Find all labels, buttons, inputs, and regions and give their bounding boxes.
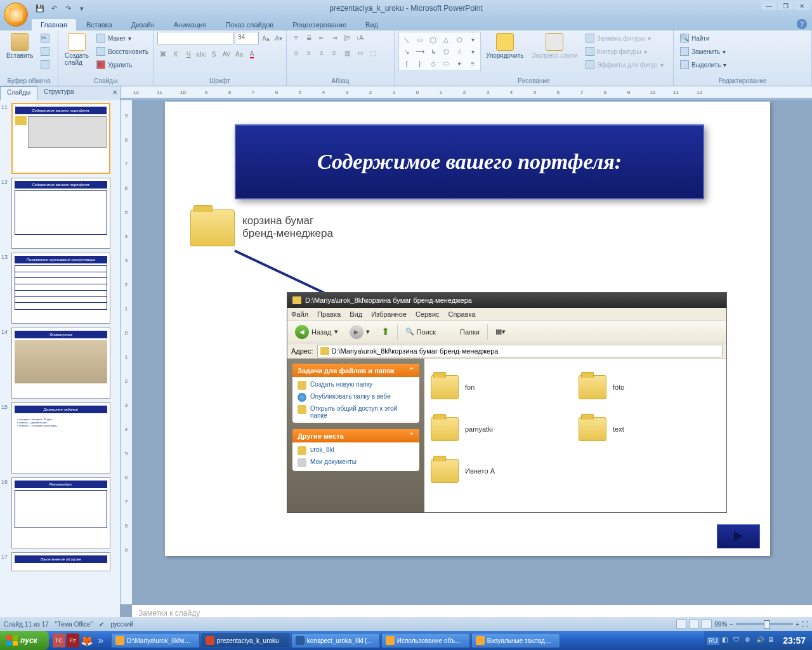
explorer-window-image[interactable]: D:\Mariya\urok_8kl\корзина бумаг бренд-м… [287, 292, 727, 513]
align-center-button[interactable]: ≡ [303, 47, 315, 58]
shrink-font-button[interactable]: A▾ [273, 32, 284, 44]
ql-filezilla-icon[interactable]: Fz [67, 633, 79, 647]
ql-tc-icon[interactable]: TC [53, 633, 65, 647]
action-button-shape[interactable] [717, 524, 760, 548]
case-button[interactable]: Aa [233, 48, 245, 60]
start-button[interactable]: пуск [0, 631, 49, 650]
align-right-button[interactable]: ≡ [316, 47, 327, 58]
arrange-button[interactable]: Упорядочить [483, 32, 527, 60]
save-icon[interactable]: 💾 [34, 3, 46, 14]
tab-design[interactable]: Дизайн [122, 19, 164, 30]
paste-button[interactable]: Вставить [4, 32, 36, 60]
align-text-button[interactable]: ▭ [354, 47, 365, 58]
tray-icon[interactable]: 🖥 [768, 636, 776, 645]
spellcheck-icon[interactable]: ✔ [99, 621, 104, 628]
copy-button[interactable] [38, 45, 52, 58]
select-button[interactable]: Выделить ▾ [678, 58, 729, 71]
justify-button[interactable]: ≡ [329, 47, 340, 58]
tray-icon[interactable]: ⚙ [745, 636, 754, 645]
cut-button[interactable]: ✂ [38, 32, 52, 44]
taskbar-item-firefox2[interactable]: Визуальные заклад… [471, 633, 560, 648]
tab-outline[interactable]: Структура [37, 86, 80, 100]
underline-button[interactable]: Ч [183, 48, 194, 60]
bold-button[interactable]: Ж [157, 48, 169, 60]
quick-styles-button[interactable]: Экспресс-стили [529, 32, 580, 60]
reset-button[interactable]: Восстановить [94, 45, 151, 58]
tray-icon[interactable]: ◧ [722, 636, 731, 645]
sorter-view-button[interactable] [689, 620, 699, 628]
qat-dropdown-icon[interactable]: ▾ [76, 3, 88, 14]
font-family-select[interactable] [157, 32, 233, 44]
clock[interactable]: 23:57 [779, 635, 809, 646]
slide-canvas[interactable]: Содержимое вашего портфеля: корзина бума… [132, 100, 812, 604]
taskbar-item-firefox1[interactable]: Использование объ… [381, 633, 470, 648]
slideshow-view-button[interactable] [702, 620, 712, 628]
shape-fill-button[interactable]: Заливка фигуры ▾ [583, 32, 666, 44]
tray-icon[interactable]: 🛡 [733, 636, 742, 645]
slide-thumbnail-12[interactable]: Содержимое вашего портфеля: [11, 178, 110, 249]
ql-expand-icon[interactable]: » [95, 633, 107, 647]
columns-button[interactable]: ▥ [341, 47, 353, 58]
tab-home[interactable]: Главная [32, 19, 76, 30]
zoom-slider[interactable] [736, 623, 793, 625]
slide-thumbnail-13[interactable]: Показатели оценивания презентации [11, 253, 110, 324]
slide-thumbnail-16[interactable]: Рекомендую: [11, 477, 110, 548]
minimize-button[interactable]: — [761, 1, 776, 10]
shape-effects-button[interactable]: Эффекты для фигур ▾ [583, 58, 666, 71]
tab-slides[interactable]: Слайды [0, 86, 37, 100]
taskbar-item-explorer[interactable]: D:\Mariya\urok_8kl\к… [111, 633, 200, 648]
text-direction-button[interactable]: ↕A [354, 32, 365, 43]
grow-font-button[interactable]: A▴ [260, 32, 272, 44]
slide-thumbnail-15[interactable]: Домашнее задание • стандарт: повторить §… [11, 402, 110, 474]
smartart-button[interactable]: ⬚ [367, 47, 378, 58]
taskbar-item-powerpoint[interactable]: prezentaciya_k_uroku [201, 633, 290, 648]
office-button[interactable] [4, 3, 28, 27]
slide-title-shape[interactable]: Содержимое вашего портфеля: [235, 124, 704, 199]
indent-inc-button[interactable]: ⇥ [329, 32, 340, 43]
normal-view-button[interactable] [676, 620, 686, 628]
font-size-select[interactable]: 34 [235, 32, 259, 44]
delete-button[interactable]: ✕Удалить [94, 58, 151, 71]
language-indicator[interactable]: RU [707, 637, 719, 645]
italic-button[interactable]: К [170, 48, 181, 60]
folder-icon[interactable] [190, 209, 235, 246]
tab-view[interactable]: Вид [357, 19, 387, 30]
fit-button[interactable]: ⛶ [802, 621, 808, 628]
tab-review[interactable]: Рецензирование [284, 19, 355, 30]
font-color-button[interactable]: A [246, 48, 258, 60]
slide-thumbnail-11[interactable]: Содержимое вашего портфеля: [11, 103, 110, 174]
restore-button[interactable]: ❐ [778, 1, 793, 10]
tab-slideshow[interactable]: Показ слайдов [216, 19, 282, 30]
shape-outline-button[interactable]: Контур фигуры ▾ [583, 45, 666, 58]
align-left-button[interactable]: ≡ [291, 47, 302, 58]
spacing-button[interactable]: AV [221, 48, 232, 60]
find-button[interactable]: 🔍Найти [678, 32, 729, 44]
close-button[interactable]: ✕ [794, 1, 809, 10]
tab-animation[interactable]: Анимация [165, 19, 216, 30]
slide-thumbnail-14[interactable]: Физминутка [11, 328, 110, 399]
tray-icon[interactable]: 🔊 [756, 636, 765, 645]
language-indicator[interactable]: русский [110, 621, 133, 628]
ql-firefox-icon[interactable]: 🦊 [81, 633, 93, 647]
help-icon[interactable]: ? [797, 19, 807, 29]
redo-icon[interactable]: ↷ [62, 3, 74, 14]
tab-insert[interactable]: Вставка [77, 19, 121, 30]
numbering-button[interactable]: ≣ [303, 32, 315, 43]
strike-button[interactable]: abc [195, 48, 207, 60]
zoom-in-button[interactable]: + [796, 621, 799, 628]
shapes-gallery[interactable]: ＼▭◯△⬠▾ ↘⟶↳⬡☆▾ {}◇⬭✦≡ [398, 32, 481, 71]
undo-icon[interactable]: ↶ [48, 3, 60, 14]
layout-button[interactable]: Макет ▾ [94, 32, 151, 44]
new-slide-button[interactable]: Создать слайд [62, 32, 91, 67]
taskbar-item-word[interactable]: konspect_uroka_8kl [… [291, 633, 380, 648]
bullets-button[interactable]: ≡ [291, 32, 302, 43]
zoom-out-button[interactable]: − [730, 621, 733, 628]
zoom-level[interactable]: 99% [714, 621, 727, 628]
folder-label[interactable]: корзина бумагбренд-менеджера [242, 215, 333, 241]
slide-thumbnail-17[interactable]: Ваше мнение об уроке [11, 552, 110, 571]
indent-dec-button[interactable]: ⇤ [316, 32, 327, 43]
panel-close-icon[interactable]: ✕ [112, 89, 117, 96]
shadow-button[interactable]: S [208, 48, 219, 60]
line-spacing-button[interactable]: ‖≡ [341, 32, 353, 43]
replace-button[interactable]: Заменить ▾ [678, 45, 729, 58]
